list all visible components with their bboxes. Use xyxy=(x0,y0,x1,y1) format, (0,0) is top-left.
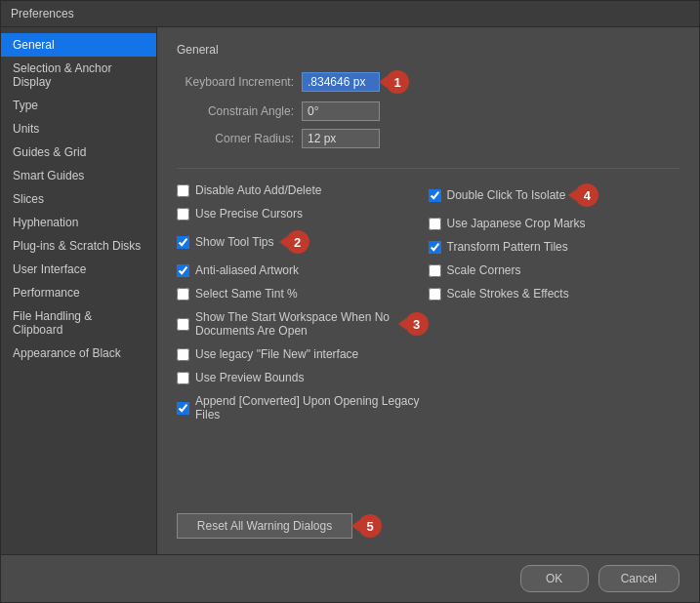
checkbox-left-7[interactable]: Use Preview Bounds xyxy=(177,368,429,387)
checkbox-right-1[interactable]: Use Japanese Crop Marks xyxy=(429,214,680,233)
checkbox-left-3[interactable]: Anti-aliased Artwork xyxy=(177,261,429,280)
callout-2: 2 xyxy=(286,230,309,254)
checkbox-left-2[interactable]: Show Tool Tips2 xyxy=(177,227,429,257)
options-right: Double Click To Isolate4Use Japanese Cro… xyxy=(429,181,680,494)
checkbox-input-left-5[interactable] xyxy=(177,318,189,331)
checkbox-input-right-3[interactable] xyxy=(429,264,441,277)
sidebar-item-2[interactable]: Type xyxy=(1,94,156,117)
sidebar-item-8[interactable]: Plug-ins & Scratch Disks xyxy=(1,234,156,258)
checkbox-input-left-1[interactable] xyxy=(177,208,189,221)
checkbox-left-6[interactable]: Use legacy "File New" interface xyxy=(177,344,429,364)
checkbox-label-left-3: Anti-aliased Artwork xyxy=(195,263,299,277)
checkbox-input-left-4[interactable] xyxy=(177,288,189,301)
checkbox-label-left-4: Select Same Tint % xyxy=(195,287,298,301)
sidebar-item-11[interactable]: File Handling & Clipboard xyxy=(1,304,156,342)
options-left: Disable Auto Add/DeleteUse Precise Curso… xyxy=(177,181,429,494)
keyboard-increment-row: Keyboard Increment: 1 xyxy=(177,70,679,94)
sidebar-item-4[interactable]: Guides & Grid xyxy=(1,141,156,164)
checkbox-label-right-2: Transform Pattern Tiles xyxy=(447,240,568,254)
constrain-angle-label: Constrain Angle: xyxy=(177,104,294,118)
checkbox-left-0[interactable]: Disable Auto Add/Delete xyxy=(177,181,429,200)
ok-button[interactable]: OK xyxy=(520,565,589,592)
checkbox-right-0[interactable]: Double Click To Isolate4 xyxy=(429,181,680,210)
separator xyxy=(177,168,679,169)
preferences-dialog: Preferences GeneralSelection & Anchor Di… xyxy=(0,0,700,603)
constrain-angle-input[interactable] xyxy=(302,101,380,121)
checkbox-label-left-6: Use legacy "File New" interface xyxy=(195,347,358,361)
checkbox-input-left-6[interactable] xyxy=(177,348,189,361)
keyboard-increment-label: Keyboard Increment: xyxy=(177,75,294,89)
sidebar-item-5[interactable]: Smart Guides xyxy=(1,164,156,187)
checkbox-input-right-2[interactable] xyxy=(429,241,441,254)
bottom-section: Reset All Warning Dialogs 5 xyxy=(177,505,679,539)
sidebar-item-10[interactable]: Performance xyxy=(1,281,156,304)
checkbox-left-1[interactable]: Use Precise Cursors xyxy=(177,204,429,223)
checkbox-label-left-5: Show The Start Workspace When No Documen… xyxy=(195,310,393,338)
sidebar-item-7[interactable]: Hyphenation xyxy=(1,211,156,234)
sidebar-item-9[interactable]: User Interface xyxy=(1,258,156,281)
checkbox-left-4[interactable]: Select Same Tint % xyxy=(177,284,429,303)
section-title: General xyxy=(177,43,679,57)
checkbox-input-right-4[interactable] xyxy=(429,288,441,301)
options-grid: Disable Auto Add/DeleteUse Precise Curso… xyxy=(177,181,679,494)
corner-radius-label: Corner Radius: xyxy=(177,132,294,145)
callout-3: 3 xyxy=(405,312,429,336)
title-bar: Preferences xyxy=(1,1,699,27)
checkbox-label-left-7: Use Preview Bounds xyxy=(195,371,304,384)
checkbox-left-5[interactable]: Show The Start Workspace When No Documen… xyxy=(177,307,429,341)
checkbox-input-left-8[interactable] xyxy=(177,402,189,415)
checkbox-right-4[interactable]: Scale Strokes & Effects xyxy=(429,284,680,303)
checkbox-label-right-4: Scale Strokes & Effects xyxy=(447,287,569,301)
main-content: General Keyboard Increment: 1 Constrain … xyxy=(157,27,699,554)
checkbox-right-2[interactable]: Transform Pattern Tiles xyxy=(429,237,680,257)
dialog-title: Preferences xyxy=(11,7,74,20)
sidebar-item-1[interactable]: Selection & Anchor Display xyxy=(1,57,156,94)
checkbox-input-left-3[interactable] xyxy=(177,264,189,277)
sidebar-item-3[interactable]: Units xyxy=(1,117,156,141)
checkbox-label-right-0: Double Click To Isolate xyxy=(447,188,566,202)
sidebar-item-12[interactable]: Appearance of Black xyxy=(1,342,156,365)
dialog-footer: OK Cancel xyxy=(1,554,699,602)
sidebar: GeneralSelection & Anchor DisplayTypeUni… xyxy=(1,27,157,554)
dialog-body: GeneralSelection & Anchor DisplayTypeUni… xyxy=(1,27,699,554)
checkbox-label-left-0: Disable Auto Add/Delete xyxy=(195,183,321,197)
checkbox-input-left-7[interactable] xyxy=(177,372,189,384)
callout-5: 5 xyxy=(358,514,382,538)
callout-1: 1 xyxy=(386,70,409,94)
corner-radius-row: Corner Radius: xyxy=(177,129,679,148)
corner-radius-input[interactable] xyxy=(302,129,380,148)
checkbox-left-8[interactable]: Append [Converted] Upon Opening Legacy F… xyxy=(177,391,429,424)
checkbox-label-right-1: Use Japanese Crop Marks xyxy=(447,217,586,230)
checkbox-label-left-2: Show Tool Tips xyxy=(195,235,274,249)
checkbox-input-right-0[interactable] xyxy=(429,189,441,202)
checkbox-label-left-1: Use Precise Cursors xyxy=(195,207,303,221)
checkbox-input-left-0[interactable] xyxy=(177,184,189,197)
sidebar-item-0[interactable]: General xyxy=(1,33,156,57)
checkbox-input-right-1[interactable] xyxy=(429,218,441,230)
keyboard-increment-input[interactable] xyxy=(302,72,380,92)
constrain-angle-row: Constrain Angle: xyxy=(177,101,679,121)
callout-4: 4 xyxy=(575,183,598,207)
cancel-button[interactable]: Cancel xyxy=(598,565,679,592)
checkbox-input-left-2[interactable] xyxy=(177,236,189,249)
checkbox-label-right-3: Scale Corners xyxy=(447,263,521,277)
sidebar-item-6[interactable]: Slices xyxy=(1,187,156,211)
checkbox-right-3[interactable]: Scale Corners xyxy=(429,261,680,280)
checkbox-label-left-8: Append [Converted] Upon Opening Legacy F… xyxy=(195,394,429,422)
reset-button[interactable]: Reset All Warning Dialogs xyxy=(177,513,352,539)
